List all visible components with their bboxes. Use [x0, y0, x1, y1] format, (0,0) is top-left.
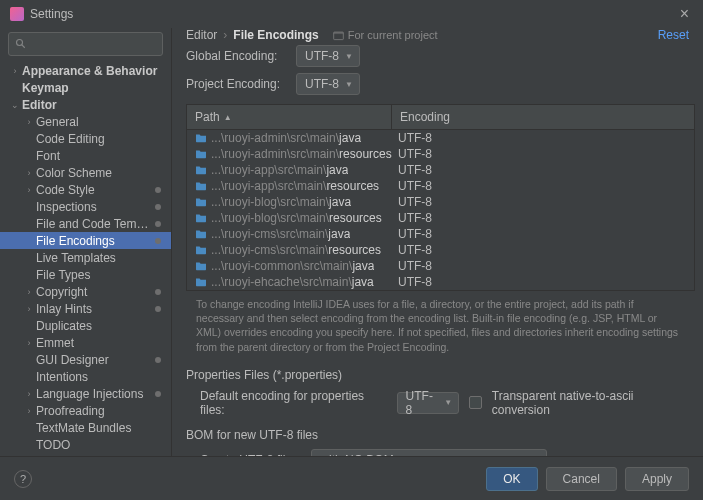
tree-arrow-icon: ⌄ — [8, 100, 22, 110]
titlebar: Settings × — [0, 0, 703, 28]
sidebar: ›Appearance & BehaviorKeymap⌄Editor›Gene… — [0, 28, 172, 456]
folder-icon — [195, 181, 207, 191]
table-row[interactable]: ...\ruoyi-admin\src\main\resourcesUTF-8 — [187, 146, 694, 162]
sidebar-item-file-and-code-templates[interactable]: File and Code Templates — [0, 215, 171, 232]
create-utf8-combo[interactable]: with NO BOM ▼ — [311, 449, 547, 456]
folder-icon — [195, 245, 207, 255]
path-cell: ...\ruoyi-common\src\main\java — [211, 259, 374, 273]
sidebar-item-appearance-behavior[interactable]: ›Appearance & Behavior — [0, 62, 171, 79]
encoding-cell: UTF-8 — [392, 259, 686, 273]
sidebar-item-proofreading[interactable]: ›Proofreading — [0, 402, 171, 419]
project-encoding-combo[interactable]: UTF-8 ▼ — [296, 73, 360, 95]
sidebar-item-gui-designer[interactable]: GUI Designer — [0, 351, 171, 368]
table-row[interactable]: ...\ruoyi-common\src\main\javaUTF-8 — [187, 258, 694, 274]
sidebar-item-inspections[interactable]: Inspections — [0, 198, 171, 215]
app-icon — [10, 7, 24, 21]
tree-arrow-icon: › — [22, 406, 36, 416]
sidebar-item-todo[interactable]: TODO — [0, 436, 171, 453]
sidebar-item-label: GUI Designer — [36, 353, 155, 367]
transparent-checkbox[interactable] — [469, 396, 482, 409]
sidebar-item-language-injections[interactable]: ›Language Injections — [0, 385, 171, 402]
chevron-down-icon: ▼ — [345, 80, 353, 89]
sidebar-item-inlay-hints[interactable]: ›Inlay Hints — [0, 300, 171, 317]
apply-button[interactable]: Apply — [625, 467, 689, 491]
tree-arrow-icon: › — [22, 389, 36, 399]
folder-icon — [195, 229, 207, 239]
close-icon[interactable]: × — [676, 5, 693, 23]
encoding-cell: UTF-8 — [392, 195, 686, 209]
cancel-button[interactable]: Cancel — [546, 467, 617, 491]
sidebar-item-plugins[interactable]: Plugins — [0, 453, 171, 456]
sidebar-item-general[interactable]: ›General — [0, 113, 171, 130]
global-encoding-combo[interactable]: UTF-8 ▼ — [296, 45, 360, 67]
sidebar-item-intentions[interactable]: Intentions — [0, 368, 171, 385]
breadcrumb-parent: Editor — [186, 28, 217, 42]
svg-line-1 — [22, 45, 25, 48]
column-encoding[interactable]: Encoding — [392, 105, 694, 129]
table-row[interactable]: ...\ruoyi-cms\src\main\javaUTF-8 — [187, 226, 694, 242]
dialog-footer: ? OK Cancel Apply — [0, 456, 703, 500]
sidebar-item-label: Inlay Hints — [36, 302, 155, 316]
sidebar-item-file-types[interactable]: File Types — [0, 266, 171, 283]
table-row[interactable]: ...\ruoyi-app\src\main\resourcesUTF-8 — [187, 178, 694, 194]
chevron-down-icon: ▼ — [444, 398, 452, 407]
sidebar-item-keymap[interactable]: Keymap — [0, 79, 171, 96]
folder-icon — [195, 197, 207, 207]
project-scope-dot-icon — [155, 306, 161, 312]
table-row[interactable]: ...\ruoyi-blog\src\main\resourcesUTF-8 — [187, 210, 694, 226]
path-cell: ...\ruoyi-app\src\main\resources — [211, 179, 379, 193]
path-cell: ...\ruoyi-cms\src\main\resources — [211, 243, 381, 257]
encoding-hint: To change encoding IntelliJ IDEA uses fo… — [172, 291, 703, 360]
sidebar-item-textmate-bundles[interactable]: TextMate Bundles — [0, 419, 171, 436]
sidebar-item-live-templates[interactable]: Live Templates — [0, 249, 171, 266]
search-icon — [15, 38, 27, 50]
table-row[interactable]: ...\ruoyi-ehcache\src\main\resourcesUTF-… — [187, 290, 694, 291]
encoding-table[interactable]: ...\ruoyi-admin\src\main\javaUTF-8...\ru… — [186, 129, 695, 291]
table-row[interactable]: ...\ruoyi-cms\src\main\resourcesUTF-8 — [187, 242, 694, 258]
tree-arrow-icon: › — [22, 287, 36, 297]
column-path[interactable]: Path ▲ — [187, 105, 392, 129]
settings-tree[interactable]: ›Appearance & BehaviorKeymap⌄Editor›Gene… — [0, 62, 171, 456]
table-row[interactable]: ...\ruoyi-blog\src\main\javaUTF-8 — [187, 194, 694, 210]
sidebar-item-emmet[interactable]: ›Emmet — [0, 334, 171, 351]
reset-link[interactable]: Reset — [658, 28, 689, 42]
search-input[interactable] — [8, 32, 163, 56]
default-props-encoding-combo[interactable]: UTF-8 ▼ — [397, 392, 460, 414]
sidebar-item-label: TextMate Bundles — [36, 421, 167, 435]
project-scope-dot-icon — [155, 238, 161, 244]
sidebar-item-color-scheme[interactable]: ›Color Scheme — [0, 164, 171, 181]
sidebar-item-editor[interactable]: ⌄Editor — [0, 96, 171, 113]
project-icon — [333, 30, 344, 41]
encoding-cell: UTF-8 — [392, 275, 686, 289]
tree-arrow-icon: › — [22, 168, 36, 178]
path-cell: ...\ruoyi-app\src\main\java — [211, 163, 348, 177]
sidebar-item-label: Keymap — [22, 81, 167, 95]
project-encoding-label: Project Encoding: — [186, 77, 286, 91]
sidebar-item-label: Font — [36, 149, 167, 163]
sidebar-item-file-encodings[interactable]: File Encodings — [0, 232, 171, 249]
table-row[interactable]: ...\ruoyi-ehcache\src\main\javaUTF-8 — [187, 274, 694, 290]
chevron-down-icon: ▼ — [532, 455, 540, 456]
ok-button[interactable]: OK — [486, 467, 537, 491]
sidebar-item-duplicates[interactable]: Duplicates — [0, 317, 171, 334]
project-scope-dot-icon — [155, 357, 161, 363]
sidebar-item-label: Code Editing — [36, 132, 167, 146]
encoding-cell: UTF-8 — [392, 131, 686, 145]
sidebar-item-copyright[interactable]: ›Copyright — [0, 283, 171, 300]
sidebar-item-label: Intentions — [36, 370, 167, 384]
path-cell: ...\ruoyi-admin\src\main\java — [211, 131, 361, 145]
default-props-encoding-label: Default encoding for properties files: — [200, 389, 387, 417]
help-button[interactable]: ? — [14, 470, 32, 488]
sidebar-item-code-style[interactable]: ›Code Style — [0, 181, 171, 198]
tree-arrow-icon: › — [8, 66, 22, 76]
table-row[interactable]: ...\ruoyi-app\src\main\javaUTF-8 — [187, 162, 694, 178]
table-row[interactable]: ...\ruoyi-admin\src\main\javaUTF-8 — [187, 130, 694, 146]
sidebar-item-label: File Encodings — [36, 234, 155, 248]
sidebar-item-font[interactable]: Font — [0, 147, 171, 164]
project-scope-dot-icon — [155, 289, 161, 295]
path-cell: ...\ruoyi-blog\src\main\java — [211, 195, 351, 209]
sidebar-item-label: File Types — [36, 268, 167, 282]
sidebar-item-code-editing[interactable]: Code Editing — [0, 130, 171, 147]
encoding-cell: UTF-8 — [392, 211, 686, 225]
folder-icon — [195, 165, 207, 175]
